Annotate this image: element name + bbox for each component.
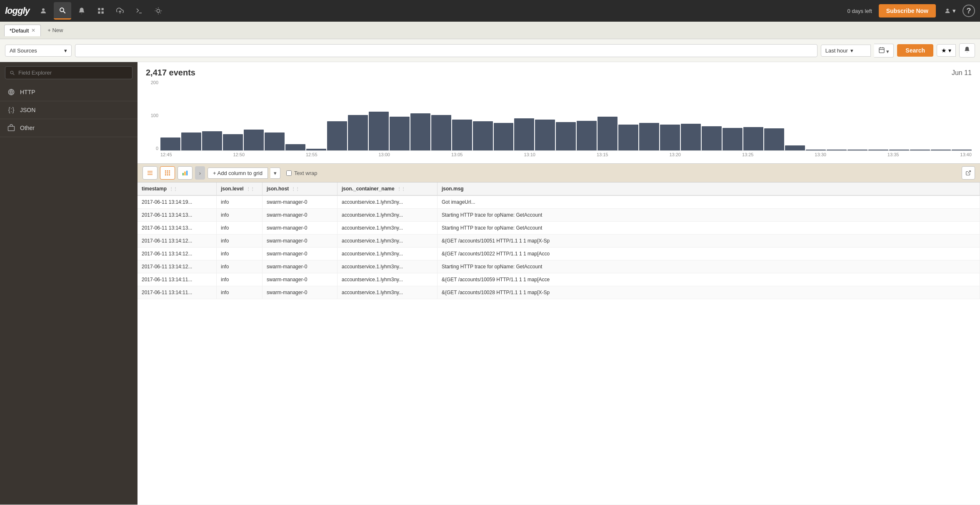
cell-msg: Got imageUrl... <box>438 196 980 208</box>
sidebar-item-json[interactable]: {:} JSON <box>0 101 138 119</box>
cell-host: swarm-manager-0 <box>262 209 338 221</box>
cell-level: info <box>217 209 262 221</box>
chart-bar <box>681 124 701 150</box>
svg-rect-40 <box>185 172 186 175</box>
col-drag-container[interactable]: ⋮⋮ <box>397 187 405 191</box>
help-button[interactable]: ? <box>962 5 975 17</box>
chart-bar <box>223 134 243 150</box>
col-header-host[interactable]: json.host ⋮⋮ <box>262 182 338 195</box>
nav-icon-terminal[interactable] <box>130 2 148 20</box>
x-label: 12:50 <box>233 152 245 157</box>
x-label: 13:00 <box>378 152 390 157</box>
nav-icon-search[interactable] <box>54 2 71 20</box>
chart-bar <box>848 150 868 150</box>
nav-icon-alerts[interactable] <box>73 2 90 20</box>
nav-icon-bulb[interactable] <box>150 2 167 20</box>
alerts-button[interactable] <box>959 43 975 58</box>
calendar-button[interactable]: ▾ <box>874 44 894 58</box>
x-label: 13:40 <box>960 152 972 157</box>
chart-bar <box>181 132 201 150</box>
add-column-dropdown[interactable]: ▾ <box>270 168 280 179</box>
add-column-button[interactable]: + Add column to grid <box>208 168 268 179</box>
main-layout: HTTP {:} JSON Other 2,417 events Jun 11 … <box>0 62 980 505</box>
table-row[interactable]: 2017-06-11 13:14:11... info swarm-manage… <box>138 273 980 286</box>
favorites-button[interactable]: ★ ▾ <box>937 44 956 57</box>
chart-bar <box>660 125 680 150</box>
svg-rect-33 <box>165 172 166 174</box>
subscribe-button[interactable]: Subscribe Now <box>879 4 936 18</box>
days-left: 0 days left <box>848 8 872 14</box>
table-row[interactable]: 2017-06-11 13:14:13... info swarm-manage… <box>138 209 980 222</box>
col-drag-timestamp[interactable]: ⋮⋮ <box>169 187 178 191</box>
nav-icon-dashboard[interactable] <box>92 2 110 20</box>
svg-point-0 <box>42 8 45 11</box>
table-row[interactable]: 2017-06-11 13:14:19... info swarm-manage… <box>138 196 980 209</box>
search-input[interactable] <box>75 44 818 57</box>
view-chart-button[interactable] <box>178 166 192 180</box>
chart-area: 200 100 0 12:4512:5012:5513:0013:0513:10… <box>138 80 980 163</box>
chart-bar <box>494 123 514 150</box>
svg-rect-28 <box>148 172 152 173</box>
table-row[interactable]: 2017-06-11 13:14:12... info swarm-manage… <box>138 248 980 260</box>
tab-default[interactable]: *Default ✕ <box>4 25 41 36</box>
source-select[interactable]: All Sources ▾ <box>5 45 72 57</box>
svg-rect-26 <box>8 126 15 131</box>
cell-level: info <box>217 196 262 208</box>
tab-new[interactable]: + New <box>44 25 66 35</box>
sidebar-item-http[interactable]: HTTP <box>0 83 138 101</box>
table-row[interactable]: 2017-06-11 13:14:12... info swarm-manage… <box>138 260 980 273</box>
cell-host: swarm-manager-0 <box>262 196 338 208</box>
tab-close-icon[interactable]: ✕ <box>31 28 35 33</box>
col-header-msg[interactable]: json.msg <box>438 182 980 195</box>
col-header-level[interactable]: json.level ⋮⋮ <box>217 182 262 195</box>
cell-container: accountservice.1.lyhm3ny... <box>338 273 438 286</box>
svg-rect-34 <box>167 172 168 174</box>
text-wrap-label[interactable]: Text wrap <box>286 170 318 176</box>
search-button[interactable]: Search <box>897 44 933 57</box>
cell-timestamp: 2017-06-11 13:14:11... <box>138 286 217 299</box>
col-drag-level[interactable]: ⋮⋮ <box>246 187 255 191</box>
x-label: 13:05 <box>451 152 463 157</box>
view-list-button[interactable] <box>142 166 158 180</box>
text-wrap-checkbox[interactable] <box>286 170 292 176</box>
svg-rect-5 <box>98 12 100 14</box>
chart-bar <box>431 115 451 150</box>
nav-icon-user[interactable] <box>35 2 52 20</box>
table-body: 2017-06-11 13:14:19... info swarm-manage… <box>138 196 980 299</box>
col-label-container: json._container_name <box>342 186 395 192</box>
view-grid-button[interactable] <box>160 166 175 180</box>
col-label-host: json.host <box>267 186 289 192</box>
cell-host: swarm-manager-0 <box>262 222 338 234</box>
field-explorer-input[interactable] <box>18 70 128 76</box>
sidebar-item-other[interactable]: Other <box>0 119 138 137</box>
svg-rect-35 <box>169 172 170 174</box>
user-menu[interactable]: ▾ <box>944 7 956 15</box>
cell-container: accountservice.1.lyhm3ny... <box>338 260 438 273</box>
col-header-timestamp[interactable]: timestamp ⋮⋮ <box>138 182 217 195</box>
col-drag-host[interactable]: ⋮⋮ <box>291 187 300 191</box>
export-button[interactable] <box>962 166 975 180</box>
chart-bar <box>806 150 826 150</box>
cell-container: accountservice.1.lyhm3ny... <box>338 196 438 208</box>
table-row[interactable]: 2017-06-11 13:14:13... info swarm-manage… <box>138 222 980 235</box>
nav-icon-upload[interactable] <box>111 2 129 20</box>
time-select[interactable]: Last hour ▾ <box>821 45 871 57</box>
x-label: 12:55 <box>306 152 318 157</box>
svg-rect-30 <box>165 170 166 172</box>
expand-arrow-button[interactable]: › <box>195 166 205 180</box>
chart-bar <box>285 144 305 151</box>
cell-timestamp: 2017-06-11 13:14:12... <box>138 235 217 247</box>
table-row[interactable]: 2017-06-11 13:14:11... info swarm-manage… <box>138 286 980 299</box>
svg-rect-3 <box>98 8 100 10</box>
chart-bar <box>639 123 659 150</box>
col-header-container[interactable]: json._container_name ⋮⋮ <box>338 182 438 195</box>
field-explorer-search[interactable] <box>5 66 132 79</box>
cell-msg: Starting HTTP trace for opName: GetAccou… <box>438 222 980 234</box>
chart-bar <box>556 122 576 150</box>
chart-bar <box>390 117 410 150</box>
table-row[interactable]: 2017-06-11 13:14:12... info swarm-manage… <box>138 235 980 248</box>
svg-rect-36 <box>165 174 166 175</box>
chart-bar <box>577 121 597 150</box>
svg-rect-6 <box>101 12 103 14</box>
svg-rect-38 <box>169 174 170 175</box>
